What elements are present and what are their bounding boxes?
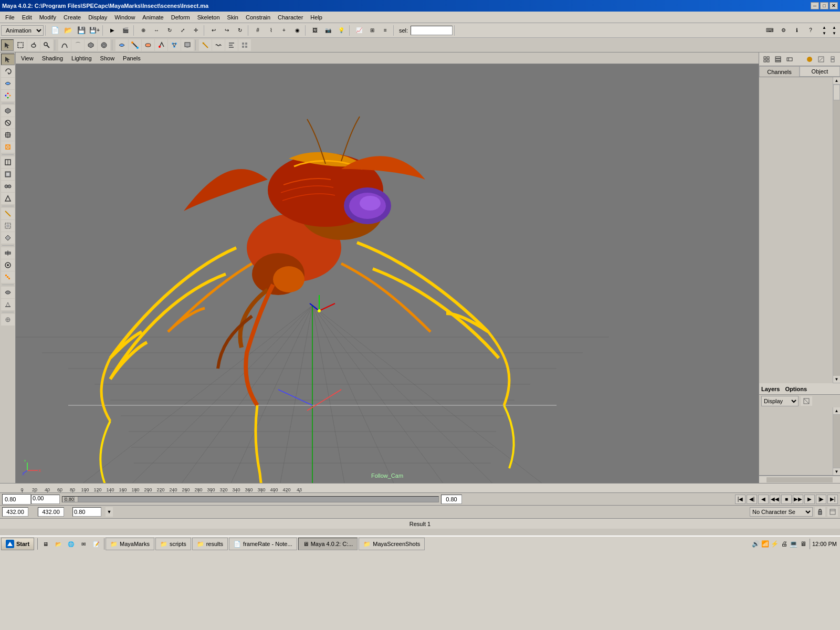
paint-tool-btn[interactable] [155,39,167,51]
rp-btn-3[interactable] [784,55,795,64]
display-dropdown[interactable]: Display Render Animation [761,396,799,406]
taskbar-maya[interactable]: 🖥 Maya 4.0.2: C:... [298,538,358,550]
left-rotate-btn[interactable] [1,66,15,77]
viewport-menu-shading[interactable]: Shading [40,54,65,62]
left-move-btn[interactable] [1,90,15,101]
time-ruler[interactable]: 0 20 40 60 80 100 120 140 160 180 200 22… [0,484,840,493]
quicklaunch-1[interactable]: 🖥 [40,538,51,550]
next-key-btn[interactable]: |▶ [816,495,826,504]
prev-key-btn[interactable]: ◀| [747,495,757,504]
mini-btn-1[interactable]: ▲ [820,25,829,30]
start-button[interactable]: Start [1,538,34,550]
trax-btn[interactable]: ≡ [379,25,392,36]
menu-animate[interactable]: Animate [139,13,166,22]
left-tool-9[interactable] [1,156,15,168]
wire-btn[interactable] [212,39,225,51]
layers-scrollbar[interactable]: ▲ ▼ [833,407,840,475]
lock-btn[interactable] [815,507,825,517]
quicklaunch-5[interactable]: 📝 [90,538,102,550]
left-select-btn[interactable] [1,54,15,65]
viewport-menu-panels[interactable]: Panels [121,54,143,62]
left-tool-20[interactable] [1,299,15,310]
menu-character[interactable]: Character [275,13,306,22]
universal-btn[interactable]: ✛ [190,25,202,36]
rotate-btn[interactable]: ↻ [163,25,176,36]
mini-btn-4[interactable]: ▼ [830,30,839,36]
poly-tool-btn[interactable] [85,39,97,51]
sel-input[interactable] [411,26,453,35]
menu-modify[interactable]: Modify [36,13,59,22]
menu-help[interactable]: Help [307,13,326,22]
quicklaunch-4[interactable]: ✉ [78,538,89,550]
undo-btn[interactable]: ↩ [207,25,220,36]
menu-skeleton[interactable]: Skeleton [194,13,223,22]
go-end-btn[interactable]: ▶| [827,495,838,504]
left-tool-19[interactable] [1,287,15,298]
layers-scroll-down[interactable]: ▼ [833,468,840,475]
tab-channels[interactable]: Channels [759,66,800,77]
channels-scrollbar[interactable]: ▲ ▼ [833,77,840,383]
left-tool-13[interactable] [1,208,15,219]
start-frame-input[interactable]: 0.00 [31,495,60,504]
open-file-btn[interactable]: 📂 [62,25,75,36]
rp-btn-2[interactable] [773,55,783,64]
left-tool-5[interactable] [1,105,15,117]
sub-tool-btn[interactable] [98,39,110,51]
left-tool-12[interactable] [1,193,15,204]
menu-edit[interactable]: Edit [19,13,35,22]
left-tool-18[interactable] [1,271,15,283]
tab-object[interactable]: Object [800,66,840,77]
left-tool-10[interactable] [1,169,15,180]
rp-scroll-btn[interactable] [827,55,838,64]
dynamics-btn[interactable] [168,39,181,51]
playblast-btn[interactable]: ▶ [106,25,119,36]
character-dropdown[interactable]: No Character Se [750,507,813,517]
layers-scroll-track[interactable] [833,415,840,468]
menu-file[interactable]: File [2,13,18,22]
surface-tool-btn[interactable]: ⌒ [71,39,84,51]
light-btn[interactable]: 💡 [335,25,348,36]
play-back-btn[interactable]: ◀◀ [770,495,780,504]
left-scale-btn[interactable] [1,78,15,89]
rp-color-btn[interactable] [804,55,815,64]
snap-curve-btn[interactable]: ⌇ [265,25,277,36]
play-fwd-btn[interactable]: ▶▶ [793,495,803,504]
skin-tool-btn[interactable] [142,39,154,51]
left-tool-6[interactable] [1,117,15,129]
rp-btn-1[interactable] [761,55,772,64]
render-view-btn[interactable]: 🖼 [309,25,321,36]
snap-grid-btn[interactable]: # [251,25,264,36]
range-bar[interactable]: 0.80 [62,496,439,502]
select-arrow-btn[interactable] [1,39,14,51]
menu-display[interactable]: Display [85,13,110,22]
frame-down-btn[interactable]: ▼ [106,507,113,517]
measure-btn[interactable] [199,39,212,51]
quicklaunch-2[interactable]: 📂 [52,538,64,550]
viewport-menu-view[interactable]: View [19,54,36,62]
repeat-btn[interactable]: ↻ [234,25,246,36]
quicklaunch-3[interactable]: 🌐 [65,538,77,550]
cam-btn[interactable]: 📷 [322,25,334,36]
curve-tool-btn[interactable] [58,39,71,51]
deform-tool-btn[interactable] [116,39,128,51]
hotkey-btn[interactable]: ⌨ [763,25,776,36]
render-btn[interactable]: 🎬 [119,25,132,36]
render-icon-btn[interactable] [181,39,194,51]
save-as-btn[interactable]: 💾+ [88,25,101,36]
mini-btn-2[interactable]: ▲ [830,25,839,30]
new-file-btn[interactable]: 📄 [49,25,61,36]
menu-create[interactable]: Create [60,13,84,22]
info-btn[interactable]: ℹ [791,25,803,36]
prev-frame-btn[interactable]: ◀ [758,495,769,504]
scroll-thumb[interactable] [833,85,840,100]
help-icon-btn[interactable]: ? [804,25,817,36]
stop-btn[interactable]: ■ [781,495,792,504]
rp-btn-5[interactable] [816,55,826,64]
left-tool-21[interactable] [1,314,15,326]
settings-btn2[interactable] [827,507,838,517]
menu-constrain[interactable]: Constrain [243,13,274,22]
save-file-btn[interactable]: 💾 [75,25,88,36]
snap-view-btn[interactable]: ◉ [291,25,303,36]
lasso-btn[interactable] [27,39,40,51]
left-tool-17[interactable] [1,259,15,271]
